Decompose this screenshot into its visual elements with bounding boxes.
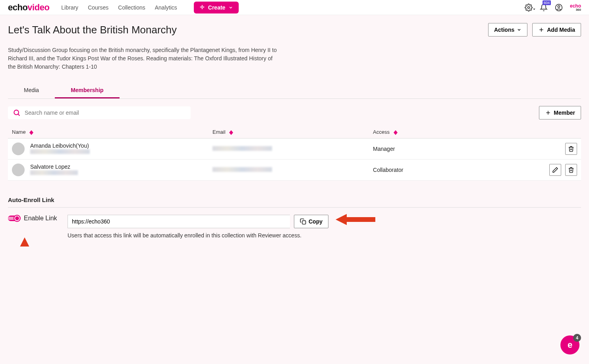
- th-name[interactable]: Name: [8, 126, 209, 139]
- annotation-arrow-up: [17, 237, 33, 247]
- sort-icon: [229, 130, 233, 135]
- svg-marker-15: [394, 133, 398, 135]
- copy-icon: [300, 218, 306, 225]
- svg-marker-17: [336, 214, 375, 225]
- tabs: Media Membership: [8, 83, 581, 99]
- enable-link-toggle[interactable]: [8, 216, 20, 221]
- redacted: [30, 170, 78, 175]
- title-row: Let's Talk About the British Monarchy Ac…: [8, 23, 581, 37]
- svg-point-0: [527, 6, 529, 8]
- avatar: [12, 143, 25, 155]
- annotation-arrow-left: [336, 212, 375, 227]
- link-col: Copy Users that access this link will be…: [68, 215, 328, 239]
- nav-right: 604 echo360: [525, 4, 581, 12]
- member-access: Manager: [369, 139, 524, 160]
- svg-marker-18: [19, 237, 30, 247]
- copy-label: Copy: [309, 218, 323, 225]
- nav-collections[interactable]: Collections: [118, 4, 145, 11]
- logo[interactable]: echovideo: [8, 2, 49, 13]
- sort-icon: [29, 130, 33, 135]
- svg-point-3: [558, 6, 560, 8]
- nav-courses[interactable]: Courses: [88, 4, 108, 11]
- chevron-down-icon: [517, 27, 521, 32]
- notifications-icon[interactable]: 604: [540, 4, 548, 12]
- svg-point-6: [14, 110, 19, 115]
- auto-enroll-row: Enable Link Copy Users that access this …: [8, 215, 581, 239]
- member-access: Collaborator: [369, 160, 524, 181]
- logo-part1: echo: [8, 2, 27, 12]
- actions-label: Actions: [494, 27, 514, 33]
- mini-logo[interactable]: echo360: [570, 4, 581, 12]
- nav-library[interactable]: Library: [61, 4, 78, 11]
- logo-part2: video: [27, 2, 49, 12]
- pencil-icon: [552, 167, 558, 173]
- edit-button[interactable]: [549, 164, 561, 176]
- add-member-button[interactable]: Member: [539, 106, 581, 119]
- table-row: Salvatore Lopez Collaborator: [8, 160, 581, 181]
- plus-icon: [538, 27, 545, 33]
- plus-icon: [545, 110, 551, 116]
- trash-icon: [568, 167, 574, 173]
- toggle-label: Enable Link: [24, 215, 57, 222]
- member-button-label: Member: [554, 110, 575, 116]
- divider: [8, 207, 581, 208]
- search-input[interactable]: [25, 110, 186, 116]
- table-row: Amanda Leibovich(You) Manager: [8, 139, 581, 160]
- copy-button[interactable]: Copy: [294, 215, 328, 228]
- page-description: Study/Discussion Group focusing on the B…: [8, 46, 278, 71]
- auto-enroll-title: Auto-Enroll Link: [8, 196, 581, 203]
- add-media-button[interactable]: Add Media: [532, 23, 581, 37]
- members-table: Name Email Access: [8, 126, 581, 181]
- member-name: Salvatore Lopez: [30, 164, 78, 170]
- auto-enroll-link-input[interactable]: [68, 215, 290, 228]
- redacted-email: [212, 146, 272, 151]
- auto-enroll-help: Users that access this link will be auto…: [68, 232, 328, 239]
- th-access[interactable]: Access: [369, 126, 524, 139]
- actions-button[interactable]: Actions: [488, 23, 527, 37]
- redacted-email: [212, 167, 272, 172]
- add-media-label: Add Media: [547, 27, 575, 33]
- title-actions: Actions Add Media: [488, 23, 581, 37]
- delete-button[interactable]: [565, 143, 577, 155]
- top-nav: echovideo Library Courses Collections An…: [0, 0, 589, 15]
- toolbar: Member: [8, 106, 581, 119]
- trash-icon: [568, 146, 574, 152]
- create-button[interactable]: Create: [194, 2, 239, 13]
- svg-marker-11: [29, 133, 33, 135]
- tab-membership[interactable]: Membership: [55, 83, 119, 98]
- search-icon: [13, 109, 21, 117]
- tab-media[interactable]: Media: [8, 83, 55, 98]
- nav-links: Library Courses Collections Analytics Cr…: [61, 2, 239, 13]
- page-title: Let's Talk About the British Monarchy: [8, 24, 177, 36]
- account-icon[interactable]: [555, 4, 563, 12]
- chevron-down-icon: [228, 5, 233, 10]
- caret-down-icon: [533, 8, 536, 11]
- member-name: Amanda Leibovich(You): [30, 143, 90, 149]
- sparkle-icon: [199, 5, 205, 10]
- svg-marker-1: [533, 8, 535, 10]
- page: Let's Talk About the British Monarchy Ac…: [0, 15, 589, 247]
- delete-button[interactable]: [565, 164, 577, 176]
- sort-icon: [394, 130, 398, 135]
- toggle-col: Enable Link: [8, 215, 60, 222]
- settings-icon[interactable]: [525, 4, 533, 12]
- nav-analytics[interactable]: Analytics: [155, 4, 177, 11]
- notification-badge: 604: [543, 0, 551, 5]
- th-email[interactable]: Email: [209, 126, 369, 139]
- redacted: [30, 149, 90, 154]
- svg-line-7: [18, 114, 20, 116]
- create-label: Create: [208, 4, 226, 11]
- search-wrap[interactable]: [8, 106, 191, 119]
- svg-rect-16: [302, 221, 306, 224]
- svg-marker-13: [229, 133, 233, 135]
- avatar: [12, 164, 25, 176]
